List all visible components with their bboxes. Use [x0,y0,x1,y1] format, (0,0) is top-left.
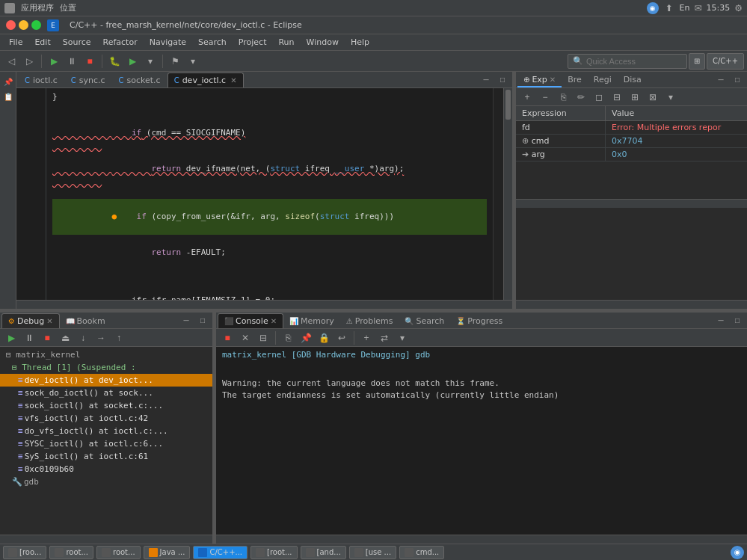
back-button[interactable]: ◁ [3,53,19,70]
debug-stepover[interactable]: → [93,330,109,346]
tab-disassembly[interactable]: Disa [618,73,648,87]
taskbar-item-5[interactable]: [root... [250,546,298,559]
taskbar-item-cmd[interactable]: cmd... [399,546,444,559]
expr-add-button[interactable]: + [519,89,535,105]
tab-problems[interactable]: ⚠ Problems [340,313,399,328]
window-controls[interactable] [6,20,41,30]
frame-sock-ioctl[interactable]: ≡ sock_ioctl() at socket.c:... [0,399,212,412]
debug-resume[interactable]: ▶ [3,330,19,346]
quick-access-input[interactable] [586,57,668,66]
console-word-wrap[interactable]: ↩ [333,330,350,346]
perspectives-button[interactable]: ⊞ [689,53,705,70]
expr-collapse-button[interactable]: ⊟ [609,89,625,105]
taskbar-item-6[interactable]: [and... [301,546,346,559]
taskbar-item-1[interactable]: [roo... [3,546,46,559]
console-tab-min[interactable]: ─ [713,312,729,328]
tab-progress[interactable]: ⏳ Progress [450,313,508,328]
debug-disconnect[interactable]: ⏏ [57,330,73,346]
console-remove[interactable]: ⊟ [255,330,271,346]
frame-sys-ioctl[interactable]: ≡ SyS_ioctl() at ioctl.c:61 [0,450,212,463]
debug-hscroll[interactable] [0,535,212,544]
console-scroll-lock[interactable]: 🔒 [316,330,332,346]
menu-window[interactable]: Window [301,36,345,49]
console-copy[interactable]: ⎘ [280,330,296,346]
expr-step-button[interactable]: ⊞ [627,89,643,105]
debug-tab-min[interactable]: ─ [178,312,194,328]
expr-copy-button[interactable]: ⎘ [555,89,571,105]
frame-0xc0109b60[interactable]: ≡ 0xc0109b60 [0,463,212,476]
debug-thread[interactable]: ⊟ Thread [1] (Suspended : [0,361,212,374]
tab-search[interactable]: 🔍 Search [399,313,450,328]
tab-min-button[interactable]: ─ [478,71,494,87]
menu-file[interactable]: File [3,36,28,49]
settings-icon[interactable]: ⚙ [734,3,743,13]
breakpoint-button[interactable]: ⚑ [167,53,183,70]
tab-sync[interactable]: C sync.c [64,73,112,87]
right-hscroll[interactable] [516,199,747,208]
frame-do-vfs-ioctl[interactable]: ≡ do_vfs_ioctl() at ioctl.c:... [0,425,212,437]
stop-button[interactable]: ■ [82,53,98,70]
expr-more-button[interactable]: ▾ [663,89,679,105]
run-button[interactable]: ▶ [124,53,141,70]
expr-disable-button[interactable]: ◻ [591,89,607,105]
console-output[interactable]: Warning: the current language does not m… [216,363,747,535]
tab-console[interactable]: ⬛ Console ✕ [218,313,283,328]
menu-edit[interactable]: Edit [28,36,56,49]
taskbar-item-2[interactable]: root... [49,546,93,559]
bookmark-dropdown[interactable]: ▾ [185,53,201,70]
minimize-button[interactable] [19,20,28,30]
dev-ioctl-tab-close[interactable]: ✕ [230,76,236,84]
menu-help[interactable]: Help [345,36,375,49]
debug-gdb[interactable]: 🔧 gdb [0,476,212,488]
menu-navigate[interactable]: Navigate [144,36,192,49]
tab-expressions[interactable]: ⊕ Exp ✕ [517,73,562,87]
console-pin[interactable]: 📌 [298,330,314,346]
tab-memory[interactable]: 📊 Memory [283,313,340,328]
menu-project[interactable]: Project [233,36,273,49]
gutter-btn-2[interactable]: 📋 [1,90,15,103]
tab-max-button[interactable]: □ [494,71,511,87]
gutter-btn-1[interactable]: 📌 [1,75,15,88]
tab-breakpoints[interactable]: Bre [562,73,588,87]
expr-layout-button[interactable]: ⊠ [645,89,661,105]
editor-hscroll[interactable] [16,300,512,309]
lang-indicator[interactable]: En [680,3,690,13]
debug-tab-close[interactable]: ✕ [46,317,52,325]
menu-run[interactable]: Run [272,36,300,49]
forward-button[interactable]: ▷ [21,53,37,70]
menu-refactor[interactable]: Refactor [97,36,144,49]
console-disconnect[interactable]: ✕ [237,330,253,346]
right-tab-min[interactable]: ─ [713,71,729,87]
console-terminate[interactable]: ■ [219,330,236,346]
expressions-tab-close[interactable]: ✕ [550,76,556,84]
network-icon[interactable]: ◉ [647,2,659,14]
menu-source[interactable]: Source [57,36,97,49]
frame-sock-do-ioctl[interactable]: ≡ sock_do_ioctl() at sock... [0,387,212,399]
debug-stepreturn[interactable]: ↑ [111,330,127,346]
code-content[interactable]: } if (cmd == SIOCGIFNAME) return dev_ifn… [46,88,493,300]
apps-label[interactable]: 应用程序 [21,2,54,13]
expr-row-arg[interactable]: ➔ arg 0x0 [516,148,747,161]
console-dropdown[interactable]: ▾ [394,330,411,346]
cpp-perspective[interactable]: C/C++ [707,53,744,70]
places-label[interactable]: 位置 [60,2,76,13]
tab-registers[interactable]: Regi [588,73,618,87]
console-tab-close[interactable]: ✕ [271,317,277,325]
email-icon[interactable]: ✉ [694,3,701,13]
debug-stepinto[interactable]: ↓ [75,330,91,346]
tab-debug[interactable]: ⚙ Debug ✕ [1,313,60,328]
debug-suspend[interactable]: ⏸ [21,330,37,346]
debug-tab-max[interactable]: □ [194,312,211,328]
tab-socket[interactable]: C socket.c [112,73,167,87]
menu-search[interactable]: Search [192,36,233,49]
expr-row-cmd[interactable]: ⊕ cmd 0x7704 [516,135,747,148]
taskbar-item-cpp[interactable]: C/C++... [193,546,248,559]
tab-ioctl[interactable]: C ioctl.c [18,73,64,87]
console-tab-max[interactable]: □ [729,312,746,328]
run-dropdown[interactable]: ▾ [142,53,159,70]
console-new[interactable]: + [358,330,375,346]
maximize-button[interactable] [31,20,41,30]
tab-bookmarks[interactable]: 📖 Bookm [60,313,111,328]
taskbar-item-3[interactable]: root... [96,546,141,559]
run-last-button[interactable]: ▶ [46,53,62,70]
